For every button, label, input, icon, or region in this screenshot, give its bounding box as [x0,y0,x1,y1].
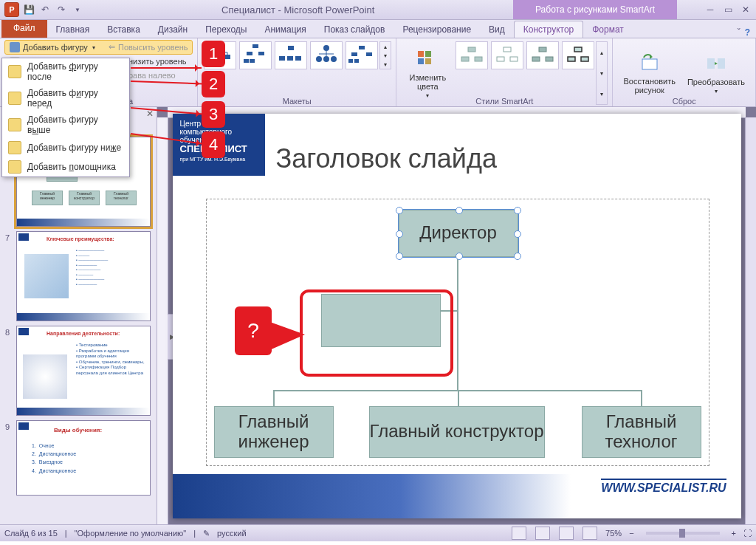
minimize-icon[interactable]: ─ [703,3,718,16]
save-icon[interactable]: 💾 [22,3,35,16]
svg-rect-40 [546,57,553,61]
callout-2: 2 [202,71,225,97]
svg-rect-8 [252,44,258,48]
svg-rect-10 [258,52,264,55]
style-thumb[interactable] [562,41,594,69]
smartart-node-constructor[interactable]: Главный конструктор [369,406,545,458]
svg-rect-13 [288,46,294,50]
view-sorter-button[interactable] [535,527,550,540]
node-label: Главный технолог [583,412,701,451]
svg-rect-9 [247,52,252,55]
status-bar: Слайд 6 из 15 | "Оформление по умолчанию… [0,524,756,541]
menu-label: Добавить фигуру выше [27,114,123,135]
undo-icon[interactable]: ↶ [38,3,52,16]
zoom-in-icon[interactable]: + [732,529,736,538]
svg-rect-39 [532,57,540,61]
restore-icon[interactable]: ▭ [721,3,735,16]
tab-slideshow[interactable]: Показ слайдов [315,21,394,38]
node-label: Главный конструктор [370,422,544,441]
tab-transitions[interactable]: Переходы [196,21,255,38]
svg-rect-3 [224,55,230,59]
gallery-down-icon[interactable]: ▾ [380,52,391,59]
gallery-up-icon[interactable]: ▴ [597,49,607,56]
svg-rect-42 [568,57,575,61]
style-thumb[interactable] [526,41,559,69]
layout-thumb[interactable] [275,41,307,69]
thumb-number: 7 [5,233,10,242]
group-layouts-label: Макеты [198,97,396,106]
add-below-icon [8,141,21,154]
view-normal-button[interactable] [512,527,526,540]
qat-dropdown-icon[interactable]: ▼ [71,3,84,16]
promote-button[interactable]: ⇐Повысить уровень [103,40,193,54]
slide-thumbnail-9[interactable]: 9 Виды обучения: 1. Очное 2. Дистанционн… [16,420,151,496]
layout-thumb[interactable] [239,41,272,69]
title-bar: P 💾 ↶ ↷ ▼ Специалист - Microsoft PowerPo… [0,0,756,20]
close-icon[interactable]: ✕ [738,3,753,16]
svg-rect-32 [468,47,475,52]
thumb-item: Очное [39,443,55,448]
menu-label: Добавить фигуру перед [27,88,123,109]
tab-smartart-format[interactable]: Формат [583,21,633,38]
fit-to-window-icon[interactable]: ⛶ [743,529,752,538]
file-tab[interactable]: Файл [1,20,47,38]
gallery-more-icon[interactable]: ▾ [380,61,391,68]
add-shape-label: Добавить фигуру [23,43,88,52]
ribbon-tabs: Файл Главная Вставка Дизайн Переходы Ани… [0,20,756,38]
spellcheck-icon[interactable]: ✎ [203,529,210,538]
zoom-out-icon[interactable]: − [629,529,633,538]
status-slide-number: Слайд 6 из 15 [4,529,58,538]
add-above-icon [8,118,21,131]
minimize-ribbon-icon[interactable]: ˇ [738,27,740,38]
style-thumb[interactable] [456,41,488,69]
zoom-slider[interactable] [646,532,720,535]
tab-home[interactable]: Главная [47,21,99,38]
zoom-level[interactable]: 75% [605,529,622,538]
slide-thumbnail-7[interactable]: 7 Ключевые преимущества: • ———————• ———•… [16,231,151,321]
menu-add-before[interactable]: Добавить фигуру перед [2,85,129,112]
svg-rect-44 [642,59,657,69]
tab-review[interactable]: Рецензирование [394,21,480,38]
help-icon[interactable]: ? [745,27,750,38]
status-language[interactable]: русский [217,529,246,538]
menu-add-above[interactable]: Добавить фигуру выше [2,112,129,138]
thumb-number: 9 [5,422,10,431]
menu-add-assistant[interactable]: Добавить помощника [2,157,129,176]
tab-insert[interactable]: Вставка [98,21,149,38]
promote-label: Повысить уровень [118,43,188,52]
smartart-node-director[interactable]: Директор [399,210,518,257]
scrollbar-vertical[interactable] [745,117,756,524]
gallery-up-icon[interactable]: ▴ [380,44,391,50]
smartart-node-engineer[interactable]: Главный инженер [214,406,334,458]
gallery-down-icon[interactable]: ▾ [597,70,607,77]
menu-add-after[interactable]: Добавить фигуру после [2,58,129,85]
svg-rect-26 [348,59,353,63]
view-slideshow-button[interactable] [583,527,597,540]
tab-design[interactable]: Дизайн [149,21,196,38]
layout-thumb[interactable] [310,41,343,69]
thumb-item: Дистанционное [39,468,76,473]
tab-view[interactable]: Вид [480,21,514,38]
view-reading-button[interactable] [559,527,574,540]
tab-animation[interactable]: Анимация [255,21,315,38]
layout-thumb[interactable] [346,41,378,69]
slide-thumbnail-8[interactable]: 8 Направления деятельности: • Тестирован… [16,326,151,416]
status-theme: "Оформление по умолчанию" [75,529,187,538]
menu-add-below[interactable]: Добавить фигуру ниже [2,138,129,157]
redo-icon[interactable]: ↷ [55,3,68,16]
slide-editor[interactable]: ▶ ЦентркомпьютерногообученияСПЕЦИАЛИСТпр… [157,107,756,524]
svg-rect-27 [354,59,359,63]
svg-rect-25 [366,52,372,56]
smartart-node-technologist[interactable]: Главный технолог [582,406,701,458]
contextual-tab-title: Работа с рисунками SmartArt [513,0,677,19]
slide-title[interactable]: Заголовок слайда [276,143,497,174]
svg-rect-31 [425,58,431,64]
style-thumb[interactable] [491,41,523,69]
menu-label: Добавить фигуру ниже [27,143,121,153]
change-colors-icon [416,48,439,72]
app-icon[interactable]: P [4,2,19,17]
add-shape-menu: Добавить фигуру после Добавить фигуру пе… [1,58,130,177]
svg-rect-15 [287,56,293,61]
tab-smartart-design[interactable]: Конструктор [514,21,583,38]
svg-marker-48 [715,62,718,65]
